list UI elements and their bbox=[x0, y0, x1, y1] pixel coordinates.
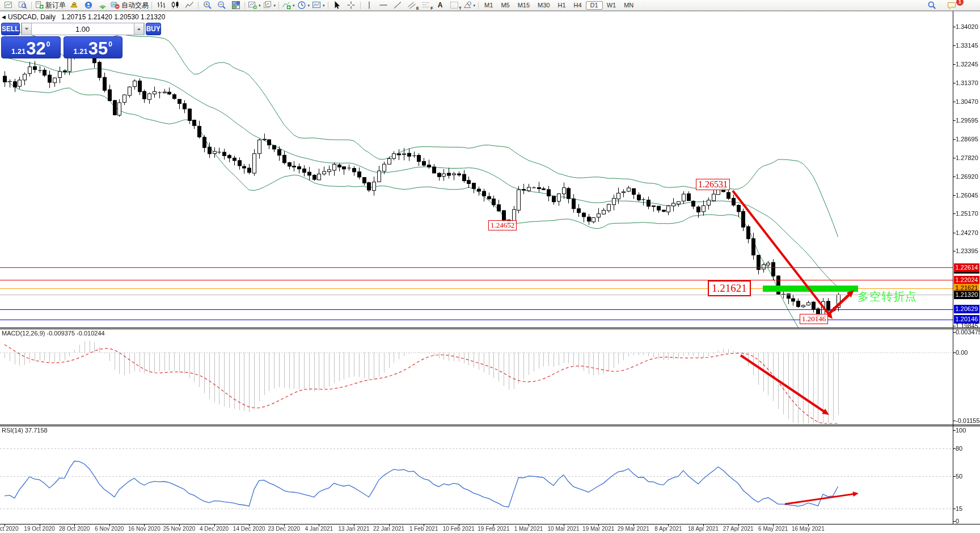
toolbar-separator bbox=[328, 2, 328, 9]
cursor-button[interactable] bbox=[330, 1, 344, 10]
timeframe-button-W1[interactable]: W1 bbox=[603, 1, 620, 10]
price-level-label: 1.22614 bbox=[954, 263, 979, 272]
price-axis-tick: 1.34020 bbox=[956, 23, 978, 30]
fibonacci-icon bbox=[421, 1, 430, 10]
new-order-icon bbox=[35, 1, 44, 10]
zoom-out-button[interactable] bbox=[214, 1, 229, 10]
sell-price-button[interactable]: 1.21 32 0 bbox=[1, 36, 61, 58]
vertical-line-button[interactable] bbox=[362, 1, 377, 10]
timeframe-button-M30[interactable]: M30 bbox=[534, 1, 554, 10]
rsi-indicator-label: RSI(14) 37.7158 bbox=[2, 427, 48, 434]
bar-chart-button[interactable] bbox=[154, 1, 168, 10]
buy-button[interactable]: BUY bbox=[146, 23, 161, 35]
price-axis-tick: 1.23395 bbox=[956, 247, 978, 254]
toolbar-separator bbox=[244, 2, 245, 9]
indicators-button[interactable]: ▾ bbox=[281, 1, 296, 10]
chevron-down-icon: ▾ bbox=[323, 3, 325, 7]
rsi-axis-tick: 100 bbox=[956, 427, 966, 434]
signals-icon-icon bbox=[98, 1, 107, 10]
chart-canvas[interactable] bbox=[0, 0, 980, 533]
timeframe-button-D1[interactable]: D1 bbox=[586, 1, 603, 10]
chart-search-icon[interactable] bbox=[15, 1, 29, 10]
chat-button[interactable]: 1 bbox=[944, 1, 958, 10]
chart-ohlc-values: 1.20715 1.21420 1.20530 1.21320 bbox=[61, 13, 166, 21]
label-icon bbox=[450, 1, 459, 10]
bar-chart-icon bbox=[157, 1, 166, 10]
signals-icon[interactable] bbox=[95, 1, 109, 10]
shapes-icon bbox=[463, 1, 472, 10]
macd-axis-tick: -0.01155 bbox=[956, 417, 980, 424]
line-chart-button[interactable] bbox=[182, 1, 196, 10]
annotation-swing-high-label[interactable]: 1.26531 bbox=[696, 179, 730, 190]
chart-search-icon-icon bbox=[18, 1, 27, 10]
annotation-feb-low-label[interactable]: 1.24652 bbox=[488, 220, 517, 230]
vertical-line-icon bbox=[365, 1, 374, 10]
toolbar-button-label: 新订单 bbox=[45, 1, 66, 10]
trendline-button[interactable] bbox=[391, 1, 405, 10]
one-click-trading-panel: SELL BUY 1.21 32 0 1.21 35 0 bbox=[1, 23, 122, 58]
candlestick-chart-button[interactable] bbox=[168, 1, 182, 10]
templates-icon bbox=[312, 1, 321, 10]
crosshair-icon bbox=[347, 1, 356, 10]
annotation-pivot-label[interactable]: 1.21621 bbox=[708, 280, 751, 296]
gold-icon-icon bbox=[70, 1, 79, 10]
timeframe-button-M5[interactable]: M5 bbox=[497, 1, 513, 10]
timeframe-button-M15[interactable]: M15 bbox=[514, 1, 534, 10]
zoom-in-button[interactable] bbox=[200, 1, 214, 10]
buy-price-big: 35 bbox=[88, 39, 108, 58]
chevron-down-icon: ▾ bbox=[308, 3, 310, 7]
annotation-may-low-label[interactable]: 1.20146 bbox=[800, 314, 828, 324]
crosshair-button[interactable] bbox=[344, 1, 358, 10]
toolbar-separator bbox=[360, 2, 361, 9]
channel-icon bbox=[407, 1, 416, 10]
volume-input[interactable] bbox=[32, 23, 134, 35]
toolbar-separator bbox=[478, 2, 479, 9]
candlestick-chart-icon bbox=[171, 1, 180, 10]
text-button[interactable]: A bbox=[433, 1, 447, 10]
shapes-button[interactable]: ▾ bbox=[462, 1, 477, 10]
price-level-label: 1.20629 bbox=[954, 305, 979, 313]
zoom-out-icon bbox=[217, 1, 226, 10]
label-button[interactable]: T bbox=[447, 1, 462, 10]
autotrade-button[interactable]: 自动交易 bbox=[109, 1, 150, 10]
new-order-button[interactable]: 新订单 bbox=[33, 1, 67, 10]
chart-window-icon: ◀ bbox=[2, 14, 6, 20]
tile-windows-button[interactable] bbox=[229, 1, 243, 10]
macd-axis-tick: 0.003475 bbox=[956, 329, 980, 335]
support-icon[interactable] bbox=[81, 1, 95, 10]
buy-price-small: 1.21 bbox=[74, 47, 88, 56]
periods-icon bbox=[297, 1, 306, 10]
channel-button[interactable]: E bbox=[405, 1, 419, 10]
templates-button[interactable]: ▾ bbox=[311, 1, 326, 10]
timeframe-button-H4[interactable]: H4 bbox=[570, 1, 586, 10]
sell-button[interactable]: SELL bbox=[1, 23, 20, 35]
timeframe-button-MN[interactable]: MN bbox=[620, 1, 637, 10]
price-axis-tick: 1.33145 bbox=[956, 42, 978, 49]
profiles-button[interactable]: ▾ bbox=[262, 1, 277, 10]
chevron-down-icon: ▾ bbox=[293, 3, 295, 7]
price-level-label: 1.21320 bbox=[954, 291, 979, 299]
triangle-up-icon bbox=[137, 28, 141, 30]
buy-price-button[interactable]: 1.21 35 0 bbox=[64, 36, 123, 58]
profiles-icon bbox=[263, 1, 272, 10]
sell-price-pipette: 0 bbox=[47, 40, 50, 48]
annotation-pivot-note-text[interactable]: 多空转折点 bbox=[858, 289, 917, 304]
timeframe-button-M1[interactable]: M1 bbox=[480, 1, 497, 10]
chart-profile-icon[interactable] bbox=[1, 1, 15, 10]
toolbar-separator bbox=[198, 2, 198, 9]
search-button[interactable] bbox=[924, 1, 939, 10]
horizontal-line-button[interactable] bbox=[377, 1, 391, 10]
volume-decrease-button[interactable] bbox=[22, 23, 32, 35]
new-chart-button[interactable]: ▾ bbox=[247, 1, 262, 10]
search-icon bbox=[927, 1, 936, 10]
fibonacci-button[interactable]: F bbox=[419, 1, 433, 10]
rsi-axis-tick: 50 bbox=[956, 473, 962, 480]
indicators-icon bbox=[282, 1, 291, 10]
timeframe-button-H1[interactable]: H1 bbox=[554, 1, 569, 10]
triangle-down-icon bbox=[25, 28, 28, 30]
buy-price-pipette: 0 bbox=[108, 40, 112, 48]
gold-icon[interactable] bbox=[67, 1, 81, 10]
price-level-label: 1.20146 bbox=[954, 315, 979, 324]
volume-increase-button[interactable] bbox=[134, 23, 144, 35]
periods-button[interactable]: ▾ bbox=[296, 1, 311, 10]
